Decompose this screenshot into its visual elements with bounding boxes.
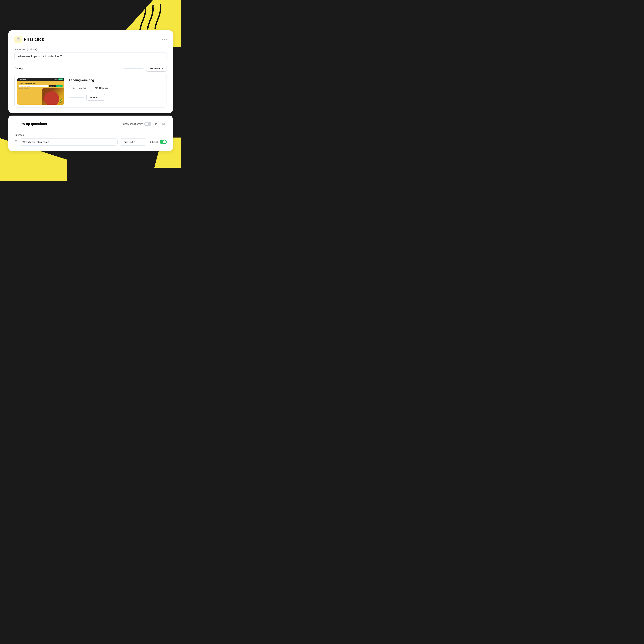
drag-dot-row-3 [15, 143, 17, 143]
remove-label: Remove [99, 87, 109, 89]
uber-search-row: 📍 Enter delivery address Deliver now ▾ F… [19, 85, 63, 87]
uber-mockup: ≡ Uber Eats Log in Sign up Order food to… [17, 78, 64, 105]
image-info: Landing-wire.png Preview [69, 78, 164, 101]
question-type-label: Long text [122, 141, 133, 143]
required-label: Required [148, 141, 158, 143]
uber-deliver-btn: Deliver now ▾ [49, 85, 56, 87]
dpi-row: Std-DPI [69, 94, 164, 101]
svg-rect-2 [155, 123, 157, 125]
card-header: 🖱️ First click [14, 36, 167, 43]
follow-up-card: Follow up questions Show conditionally [8, 116, 173, 151]
dot-3 [166, 39, 167, 40]
chevron-down-icon [161, 67, 164, 69]
svg-rect-3 [163, 123, 165, 125]
login-btn: Log in [54, 78, 58, 80]
show-conditionally-label: Show conditionally [123, 123, 143, 125]
uber-nav-buttons: Log in Sign up [54, 78, 63, 80]
uber-search-box: 📍 Enter delivery address [19, 85, 48, 87]
food-circle [44, 91, 59, 105]
bottom-card-header: Follow up questions Show conditionally [14, 121, 167, 127]
required-row: Required [148, 140, 167, 144]
svg-rect-1 [95, 87, 97, 89]
image-card: ≡ Uber Eats Log in Sign up Order food to… [14, 75, 167, 108]
dot-1 [162, 39, 163, 40]
uber-find-btn: Find Food [56, 85, 63, 87]
copy-icon [155, 123, 157, 125]
image-preview: ≡ Uber Eats Log in Sign up Order food to… [17, 78, 64, 105]
drag-dot [15, 142, 16, 142]
question-label: Question [14, 134, 167, 136]
drag-dot [16, 140, 17, 141]
dpi-divider [69, 97, 84, 98]
drag-handle[interactable] [14, 140, 18, 144]
conditional-row: Show conditionally [123, 121, 167, 127]
copy-card-button[interactable] [153, 121, 159, 127]
uber-nav: ≡ Uber Eats Log in Sign up [17, 78, 64, 81]
design-label: Design [14, 67, 24, 70]
dot-2 [164, 39, 165, 40]
drag-dot-row-2 [15, 142, 17, 142]
main-container: 🖱️ First click Instruction (optional) De… [8, 30, 173, 151]
card-title-row: 🖱️ First click [14, 36, 44, 43]
trash-icon [95, 87, 98, 90]
cursor-icon: 🖱️ [16, 37, 20, 42]
design-divider [123, 68, 144, 69]
delete-card-button[interactable] [161, 121, 167, 127]
eye-icon [72, 87, 75, 90]
frame-select-label: No frame [149, 67, 160, 70]
progress-bar [14, 130, 51, 130]
more-options-button[interactable] [162, 39, 167, 40]
preview-button[interactable]: Preview [69, 85, 89, 91]
signup-btn: Sign up [58, 78, 63, 80]
chevron-down-icon-type [134, 141, 137, 143]
drag-dot-row-1 [15, 140, 17, 141]
svg-point-0 [73, 88, 74, 89]
dpi-select-button[interactable]: Std-DPI [86, 94, 105, 101]
instruction-input[interactable] [14, 52, 167, 60]
instruction-label: Instruction (optional) [14, 48, 167, 51]
first-click-card: 🖱️ First click Instruction (optional) De… [8, 30, 173, 113]
drag-dot [15, 140, 16, 141]
uber-food-image: 🌽 [42, 88, 64, 105]
uber-content: Order food to your door 📍 Enter delivery… [17, 81, 64, 89]
frame-select-button[interactable]: No frame [146, 65, 167, 72]
uber-search-placeholder: Enter delivery address [21, 86, 30, 87]
food-emoji: 🌽 [59, 99, 63, 103]
first-click-icon-badge: 🖱️ [14, 36, 22, 43]
follow-up-title: Follow up questions [14, 122, 47, 126]
design-controls: No frame [123, 65, 167, 72]
question-type-select[interactable]: Long text [120, 138, 146, 146]
dpi-label: Std-DPI [90, 96, 98, 99]
uber-logo: Uber Eats [20, 79, 26, 80]
question-row: Long text Required [14, 138, 167, 146]
preview-label: Preview [77, 87, 86, 89]
uber-headline: Order food to your door [19, 83, 63, 84]
action-buttons: Preview Remove [69, 85, 164, 91]
chevron-down-icon-dpi [100, 96, 102, 98]
drag-dot [15, 143, 16, 143]
design-row: Design No frame [14, 65, 167, 72]
card-title: First click [24, 37, 44, 42]
trash-icon-small [162, 123, 165, 125]
drag-dot [16, 142, 17, 142]
question-input[interactable] [20, 138, 118, 146]
show-conditionally-toggle[interactable] [144, 122, 151, 126]
drag-dot [16, 143, 17, 143]
image-filename: Landing-wire.png [69, 78, 164, 82]
remove-button[interactable]: Remove [91, 85, 112, 91]
required-toggle[interactable] [160, 140, 167, 144]
